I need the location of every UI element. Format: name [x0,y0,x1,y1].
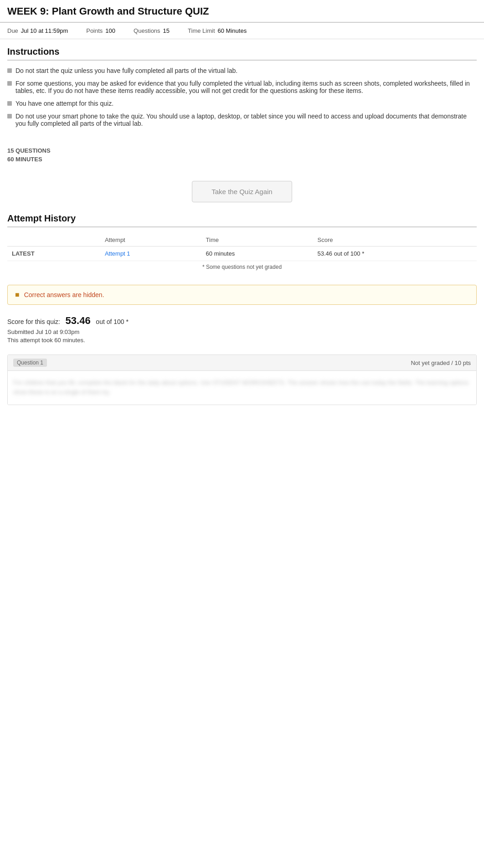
time-limit-value: 60 Minutes [218,27,247,34]
table-row: LATEST Attempt 1 60 minutes 53.46 out of… [7,247,477,261]
question-header: Question 1 Not yet graded / 10 pts [8,355,476,371]
bullet-icon-4 [7,114,12,118]
score-line: Score for this quiz: 53.46 out of 100 * [7,315,477,327]
score-label: Score for this quiz: [7,318,60,325]
instructions-title: Instructions [7,46,477,61]
due-value: Jul 10 at 11:59pm [21,27,68,34]
attempt-table: Attempt Time Score LATEST Attempt 1 60 m… [7,234,477,261]
instruction-text-4: Do not use your smart phone to take the … [15,113,477,127]
score-suffix: out of 100 * [96,318,129,325]
question-points: Not yet graded / 10 pts [411,360,471,366]
col-attempt: Attempt [100,234,201,247]
bullet-icon-2 [7,81,12,86]
col-time: Time [201,234,313,247]
bullet-icon-1 [7,68,12,73]
question-text-blurred: For children that you fill, complete the… [13,378,471,397]
attempt-time-line: This attempt took 60 minutes. [7,337,477,344]
correct-answers-box: ■ Correct answers are hidden. [7,285,477,305]
attempt-history-title: Attempt History [7,213,477,227]
instruction-list: Do not start the quiz unless you have fu… [7,67,477,127]
instruction-item-2: For some questions, you may be asked for… [7,80,477,94]
score-section: Score for this quiz: 53.46 out of 100 * … [0,309,484,354]
questions-meta: Questions 15 [134,27,170,34]
instruction-text-3: You have one attempt for this quiz. [15,100,113,107]
question-row: Question 1 Not yet graded / 10 pts For c… [7,354,477,405]
attempt-link-cell: Attempt 1 [100,247,201,261]
time-limit-label: Time Limit [188,27,215,34]
questions-label: Questions [134,27,160,34]
quiz-title: WEEK 9: Plant Growth and Structure QUIZ [7,5,477,17]
questions-count-label: 15 QUESTIONS [0,147,484,154]
col-score: Score [313,234,477,247]
attempt-score: 53.46 out of 100 * [313,247,477,261]
attempt-history-section: Attempt History Attempt Time Score LATES… [0,213,484,280]
points-meta: Points 100 [86,27,115,34]
latest-label: LATEST [7,247,100,261]
instruction-item-3: You have one attempt for this quiz. [7,100,477,107]
correct-answers-text: Correct answers are hidden. [24,291,104,298]
not-graded-note: * Some questions not yet graded [7,261,477,273]
quiz-meta-bar: Due Jul 10 at 11:59pm Points 100 Questio… [0,23,484,39]
page-container: WEEK 9: Plant Growth and Structure QUIZ … [0,0,484,405]
warning-icon: ■ [15,291,20,299]
points-label: Points [86,27,103,34]
instructions-section: Instructions Do not start the quiz unles… [0,39,484,140]
take-quiz-container: Take the Quiz Again [0,170,484,213]
bullet-icon-3 [7,101,12,106]
time-limit-meta: Time Limit 60 Minutes [188,27,247,34]
quiz-title-bar: WEEK 9: Plant Growth and Structure QUIZ [0,0,484,23]
submitted-line: Submitted Jul 10 at 9:03pm [7,329,477,335]
attempt-link[interactable]: Attempt 1 [105,250,130,257]
question-label: Question 1 [13,359,47,367]
due-label: Due [7,27,18,34]
points-value: 100 [105,27,115,34]
col-status [7,234,100,247]
attempt-time: 60 minutes [201,247,313,261]
instruction-item-4: Do not use your smart phone to take the … [7,113,477,127]
due-meta: Due Jul 10 at 11:59pm [7,27,68,34]
attempt-table-header: Attempt Time Score [7,234,477,247]
take-quiz-button[interactable]: Take the Quiz Again [192,181,292,202]
instruction-item-1: Do not start the quiz unless you have fu… [7,67,477,74]
questions-value: 15 [163,27,170,34]
question-body: For children that you fill, complete the… [8,371,476,405]
instruction-text-1: Do not start the quiz unless you have fu… [15,67,237,74]
minutes-count-label: 60 MINUTES [0,156,484,163]
instruction-text-2: For some questions, you may be asked for… [15,80,477,94]
score-value: 53.46 [66,315,91,326]
